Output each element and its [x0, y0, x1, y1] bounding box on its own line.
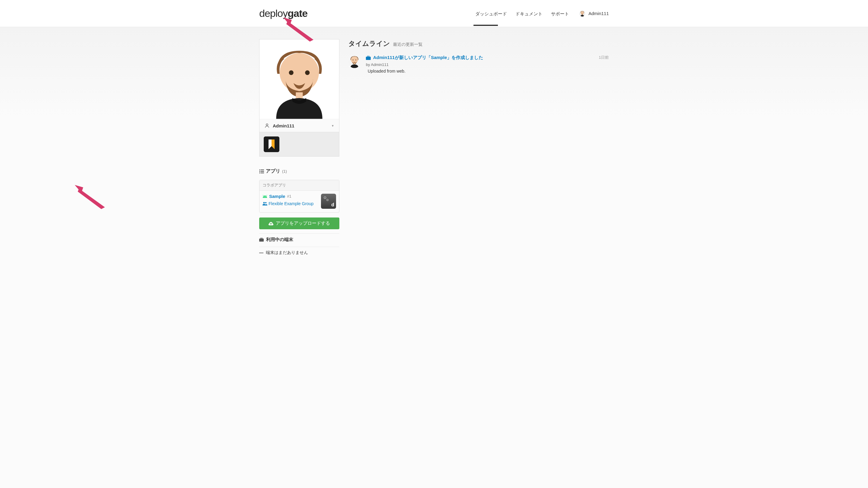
app-name: Sample	[269, 194, 285, 199]
devices-empty-text: 端末はまだありません	[266, 250, 308, 255]
d-letter-icon: d	[331, 202, 334, 207]
svg-rect-22	[259, 238, 264, 241]
svg-point-8	[259, 171, 260, 172]
timeline-item-time: 1日前	[599, 55, 609, 60]
svg-rect-9	[261, 171, 264, 172]
logo-prefix: deploy	[259, 7, 287, 19]
timeline-item: Admin111が新しいアプリ「Sample」を作成しました 1日前 by Ad…	[348, 55, 609, 73]
timeline-item-description: Uploaded from web.	[368, 69, 609, 73]
dash-icon: —	[259, 250, 264, 255]
svg-point-4	[266, 124, 268, 126]
profile-name-dropdown[interactable]: Admin111 ▼	[259, 119, 339, 132]
svg-point-13	[266, 196, 266, 197]
timeline-item-link[interactable]: Admin111が新しいアプリ「Sample」を作成しました	[366, 55, 483, 61]
devices-empty-row: — 端末はまだありません	[259, 247, 339, 255]
logo-suffix: gate	[287, 7, 307, 19]
org-icon	[264, 136, 279, 152]
briefcase-icon	[259, 238, 264, 241]
nav-support[interactable]: サポート	[551, 1, 569, 26]
svg-point-17	[265, 202, 267, 203]
svg-line-15	[267, 195, 267, 196]
timeline-title-text: タイムライン	[348, 39, 390, 48]
apps-count: (1)	[282, 169, 287, 173]
logo[interactable]: deploygate	[259, 7, 307, 19]
avatar-icon	[579, 10, 585, 17]
app-version: #1	[287, 194, 291, 198]
svg-rect-24	[366, 57, 371, 60]
upload-button-label: アプリをアップロードする	[276, 221, 330, 226]
header: deploygate ダッシュボード ドキュメント サポート Admin111	[0, 0, 868, 27]
gears-icon	[323, 195, 330, 202]
devices-label: 利用中の端末	[266, 237, 293, 242]
devices-section-title: 利用中の端末	[259, 233, 339, 242]
chevron-down-icon: ▼	[331, 124, 334, 127]
nav: ダッシュボード ドキュメント サポート Admin111	[475, 1, 609, 26]
apps-label: アプリ	[266, 168, 280, 174]
svg-point-12	[264, 196, 264, 197]
svg-rect-11	[261, 173, 264, 173]
apps-card: コラボアプリ Sample #1	[259, 180, 339, 213]
timeline-heading: タイムライン 最近の更新一覧	[348, 39, 609, 48]
user-name: Admin111	[588, 11, 609, 16]
svg-rect-23	[261, 238, 262, 238]
app-row[interactable]: Sample #1 Flexible Example Group	[259, 191, 339, 213]
profile-username: Admin111	[273, 123, 294, 128]
svg-point-10	[259, 172, 260, 173]
app-thumbnail: d	[321, 194, 336, 209]
timeline-avatar	[348, 56, 361, 68]
profile-card: Admin111 ▼	[259, 39, 339, 157]
apps-section-title: アプリ (1)	[259, 168, 339, 174]
app-group-link[interactable]: Flexible Example Group	[262, 201, 313, 206]
app-group-name: Flexible Example Group	[269, 201, 313, 206]
android-icon	[262, 195, 267, 198]
user-menu[interactable]: Admin111	[579, 10, 609, 17]
list-icon	[259, 169, 264, 173]
svg-point-6	[259, 169, 260, 170]
users-icon	[262, 202, 267, 205]
svg-point-16	[264, 202, 265, 204]
upload-icon	[269, 221, 273, 226]
svg-point-21	[327, 199, 328, 200]
nav-dashboard[interactable]: ダッシュボード	[475, 1, 507, 26]
timeline-subtitle: 最近の更新一覧	[393, 42, 423, 47]
briefcase-icon	[366, 56, 371, 60]
sidebar: Admin111 ▼	[259, 39, 339, 255]
svg-point-19	[324, 197, 326, 198]
user-icon	[264, 123, 270, 128]
nav-documents[interactable]: ドキュメント	[516, 1, 542, 26]
timeline-item-headline: Admin111が新しいアプリ「Sample」を作成しました	[373, 55, 483, 61]
apps-card-header: コラボアプリ	[259, 180, 339, 191]
svg-rect-25	[367, 56, 369, 57]
main: タイムライン 最近の更新一覧 Admin111が新しいアプリ「Sample」を作…	[348, 39, 609, 255]
svg-line-14	[263, 195, 264, 196]
timeline-item-byline: by Admin111	[366, 62, 609, 67]
upload-app-button[interactable]: アプリをアップロードする	[259, 218, 339, 229]
svg-rect-7	[261, 170, 264, 170]
profile-avatar	[259, 39, 339, 119]
org-row[interactable]	[259, 132, 339, 156]
